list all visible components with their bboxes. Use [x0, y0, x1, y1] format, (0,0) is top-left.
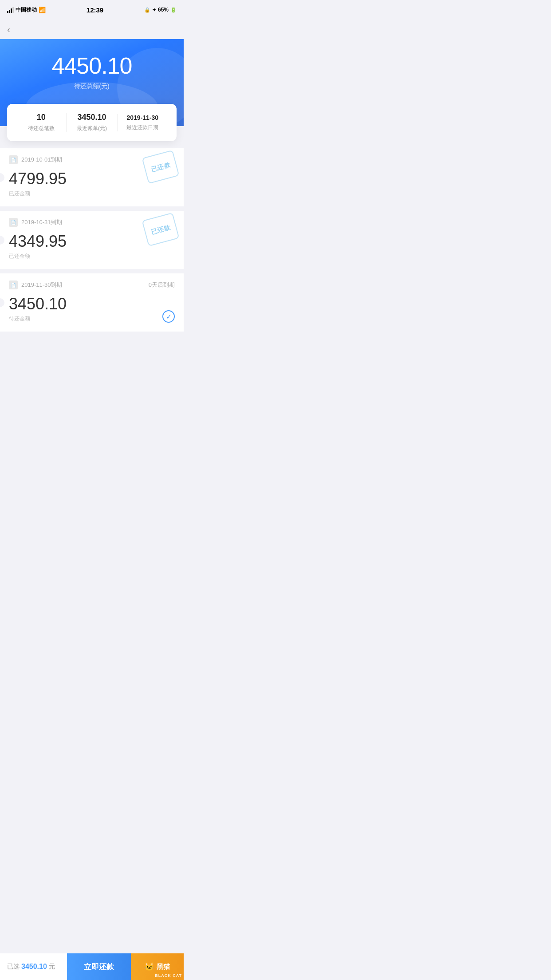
status-left: 中国移动 📶: [7, 6, 46, 14]
carrier-label: 中国移动: [16, 6, 37, 14]
bill-item-2: 📄 2019-10-31到期 4349.95 已还金额 已还款: [0, 211, 184, 269]
summary-card: 10 待还总笔数 3450.10 最近账单(元) 2019-11-30 最近还款…: [7, 104, 177, 141]
bluetooth-icon: ✦: [152, 7, 156, 13]
bill-list: 📄 2019-10-01到期 4799.95 已还金额 已还款 📄 2019-1…: [0, 148, 184, 367]
checkmark-icon: ✓: [166, 312, 172, 321]
nav-bar: ‹: [0, 20, 184, 39]
pending-count-label: 待还总笔数: [16, 125, 66, 132]
bill-checkbox-3[interactable]: ✓: [162, 310, 175, 323]
card-notch-left-2: [0, 236, 4, 245]
bill-header-left-1: 📄 2019-10-01到期: [9, 155, 63, 164]
bill-amount-3: 3450.10: [9, 295, 175, 313]
total-amount-label: 待还总额(元): [9, 83, 175, 91]
bill-item-3[interactable]: 📄 2019-11-30到期 0天后到期 3450.10 待还金额 ✓: [0, 273, 184, 332]
summary-item-date: 2019-11-30 最近还款日期: [117, 114, 168, 131]
bill-header-left-2: 📄 2019-10-31到期: [9, 218, 63, 227]
due-date-label: 最近还款日期: [118, 124, 168, 131]
summary-item-count: 10 待还总笔数: [16, 113, 66, 132]
back-button[interactable]: ‹: [4, 21, 14, 38]
bill-date-1: 2019-10-01到期: [21, 156, 63, 164]
wifi-icon: 📶: [39, 7, 46, 13]
summary-item-recent: 3450.10 最近账单(元): [66, 113, 117, 132]
bill-date-3: 2019-11-30到期: [21, 281, 63, 289]
bill-amount-label-2: 已还金额: [9, 253, 175, 260]
battery-label: 65%: [158, 7, 169, 13]
bill-amount-label-1: 已还金额: [9, 190, 175, 198]
bill-doc-icon-1: 📄: [9, 155, 18, 164]
card-notch-left: [0, 173, 4, 182]
bill-item-1: 📄 2019-10-01到期 4799.95 已还金额 已还款: [0, 148, 184, 206]
signal-icon: [7, 7, 14, 13]
recent-bill-value: 3450.10: [67, 113, 117, 122]
pending-count-value: 10: [16, 113, 66, 122]
bill-header-3: 📄 2019-11-30到期 0天后到期: [9, 281, 175, 289]
bill-doc-icon-3: 📄: [9, 281, 18, 289]
status-time: 12:39: [87, 6, 103, 14]
due-date-value: 2019-11-30: [118, 114, 168, 121]
bill-due-days-label: 0天后到期: [149, 281, 175, 289]
total-amount: 4450.10: [9, 52, 175, 79]
bill-header-left-3: 📄 2019-11-30到期: [9, 281, 63, 289]
status-right: 🔒 ✦ 65% 🔋: [144, 7, 177, 13]
bill-date-2: 2019-10-31到期: [21, 218, 63, 226]
bill-amount-label-3: 待还金额: [9, 315, 175, 323]
recent-bill-label: 最近账单(元): [67, 125, 117, 132]
battery-icon: 🔋: [170, 7, 177, 13]
stamp-text-1: 已还款: [150, 160, 171, 173]
status-bar: 中国移动 📶 12:39 🔒 ✦ 65% 🔋: [0, 0, 184, 20]
lock-icon: 🔒: [144, 7, 150, 13]
card-notch-left-3: [0, 298, 4, 307]
stamp-text-2: 已还款: [150, 223, 171, 236]
bill-doc-icon-2: 📄: [9, 218, 18, 227]
